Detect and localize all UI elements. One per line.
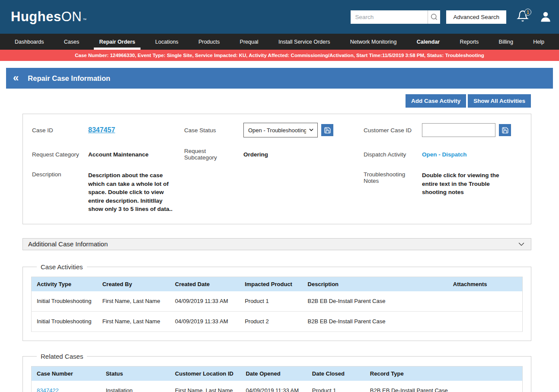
col-activity-type: Activity Type [32,277,97,291]
user-icon [539,10,552,23]
logo-text-hughes: Hughes [11,9,61,25]
nav-item-network-monitoring[interactable]: Network Monitoring [350,34,397,50]
customer-case-id-label: Customer Case ID [364,127,422,134]
cell-record-type: B2B EB De-Install Parent Case [365,381,523,392]
request-subcategory-value: Ordering [243,151,364,158]
nav-item-cases[interactable]: Cases [64,34,79,50]
col-impacted-product: Impacted Product [240,277,302,291]
description-value[interactable]: Description about the case which can tak… [88,171,184,214]
search-icon [430,13,438,21]
add-case-activity-button[interactable]: Add Case Activity [406,94,466,108]
advanced-search-button[interactable]: Advanced Search [446,10,506,24]
cell-created-by: First Name, Last Name [97,311,170,331]
save-icon [502,127,509,134]
back-icon[interactable]: « [13,73,19,83]
search-button[interactable] [428,10,440,24]
nav-item-install-service-orders[interactable]: Install Service Orders [278,34,330,50]
hugheson-logo: HughesON™ [11,9,87,25]
nav-item-prequal[interactable]: Prequal [240,34,259,50]
col-case-number: Case Number [32,366,101,381]
page-title-bar: « Repair Case Information [6,68,553,89]
app-header: HughesON™ Advanced Search 1 [0,0,559,34]
additional-case-info-toggle[interactable]: Additional Case Information [22,238,531,250]
case-id-label: Case ID [32,127,88,134]
cell-attachments [448,311,523,331]
customer-case-id-input[interactable] [422,123,495,137]
show-all-activities-button[interactable]: Show All Activities [468,94,531,108]
table-header-row: Case Number Status Customer Location ID … [32,366,523,381]
nav-item-locations[interactable]: Locations [155,34,179,50]
request-category-value: Account Maintenance [88,151,184,158]
col-date-closed: Date Closed [307,366,365,381]
related-case-link[interactable]: 8347422 [37,387,59,392]
cell-activity-type: Initial Troubleshooting [32,311,97,331]
case-activities-legend: Case Activities [37,263,87,271]
dispatch-activity-label: Dispatch Activity [364,151,422,158]
related-cases-table: Case Number Status Customer Location ID … [31,366,523,392]
case-alert-banner: Case Number: 124966330, Event Type: Sing… [0,50,559,61]
case-activities-section: Case Activities Activity Type Created By… [22,263,531,341]
request-subcategory-label: Request Subcategory [184,148,243,161]
page-title: Repair Case Information [28,74,110,83]
troubleshooting-notes-label: Troubleshooting Notes [364,171,422,184]
global-search [351,10,440,24]
description-label: Description [32,171,88,178]
case-actions: Add Case Activity Show All Activities [0,94,531,108]
cell-description: B2B EB De-Install Parent Case [303,291,448,312]
cell-activity-type: Initial Troubleshooting [32,291,97,312]
cell-created-date: 04/09/2019 11:33 AM [170,291,240,312]
save-case-status-button[interactable] [321,124,333,136]
table-header-row: Activity Type Created By Created Date Im… [32,277,523,291]
table-row[interactable]: Initial Troubleshooting First Name, Last… [32,311,523,331]
search-input[interactable] [351,10,428,24]
main-nav: Dashboards Cases Repair Orders Locations… [0,34,559,50]
col-date-opened: Date Opened [240,366,307,381]
cell-date-opened: 04/09/2019 11:33 AM [240,381,307,392]
nav-item-dashboards[interactable]: Dashboards [15,34,44,50]
nav-item-reports[interactable]: Reports [460,34,479,50]
col-status: Status [101,366,170,381]
notifications-button[interactable]: 1 [517,10,530,24]
cell-description: B2B EB De-Install Parent Case [303,311,448,331]
table-row[interactable]: 8347422 Installation First Name, Last Na… [32,381,523,392]
col-created-date: Created Date [170,277,240,291]
notification-badge: 1 [524,9,531,16]
nav-item-help[interactable]: Help [533,34,544,50]
case-status-label: Case Status [184,127,243,134]
logo-trademark: ™ [83,18,87,25]
save-icon [324,127,331,134]
col-customer-location-id: Customer Location ID [170,366,241,381]
nav-item-repair-orders[interactable]: Repair Orders [99,34,135,50]
case-alert-text: Case Number: 124966330, Event Type: Sing… [75,53,484,58]
cell-attachments [448,291,523,312]
cell-status: Installation [101,381,170,392]
col-created-by: Created By [97,277,170,291]
cell-customer-location-id: First Name, Last Name [170,381,241,392]
col-description: Description [303,277,448,291]
case-activities-table: Activity Type Created By Created Date Im… [31,277,523,332]
related-cases-legend: Related Cases [37,353,87,360]
cell-impacted-product: Product 2 [240,311,302,331]
chevron-down-icon [517,240,526,249]
cell-date-closed: Product 1 [307,381,365,392]
cell-created-date: 04/09/2019 11:33 AM [170,311,240,331]
table-row[interactable]: Initial Troubleshooting First Name, Last… [32,291,523,312]
logo-text-on: ON [61,9,82,25]
user-menu-button[interactable] [539,10,552,23]
save-customer-case-id-button[interactable] [499,124,511,136]
col-record-type: Record Type [365,366,523,381]
case-info-panel: Case ID 8347457 Case Status Open - Troub… [22,114,531,224]
additional-case-info-title: Additional Case Information [28,240,108,248]
nav-item-calendar[interactable]: Calendar [417,34,440,50]
cell-created-by: First Name, Last Name [97,291,170,312]
case-id-link[interactable]: 8347457 [88,126,115,134]
col-attachments: Attachments [448,277,523,291]
dispatch-activity-link[interactable]: Open - Dispatch [422,151,467,158]
nav-item-billing[interactable]: Billing [499,34,513,50]
related-cases-section: Related Cases Case Number Status Custome… [22,353,531,392]
nav-item-products[interactable]: Products [198,34,220,50]
case-status-select[interactable]: Open - Troubleshooting [243,123,318,137]
troubleshooting-notes-value[interactable]: Double click for viewing the entire text… [422,171,508,197]
cell-impacted-product: Product 1 [240,291,302,312]
request-category-label: Request Category [32,151,88,158]
